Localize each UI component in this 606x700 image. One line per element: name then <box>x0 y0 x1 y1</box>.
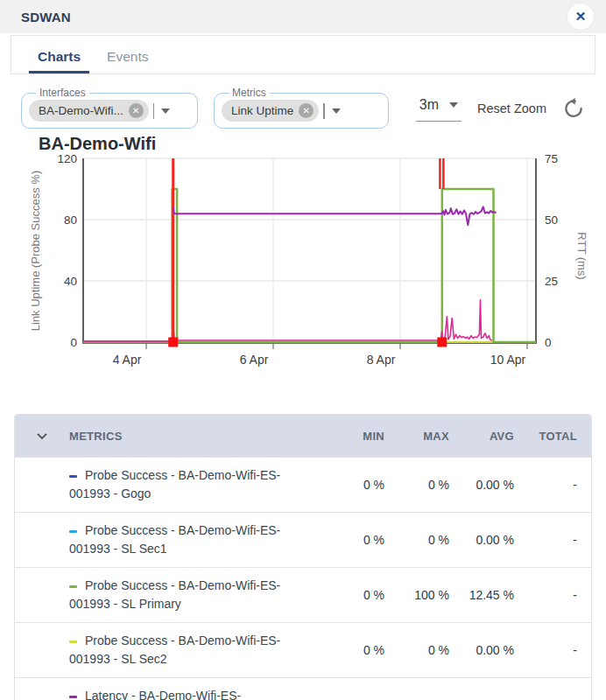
event-marker[interactable] <box>437 338 447 347</box>
min-value: 48.8 ms <box>339 696 398 700</box>
series-line-magenta-line <box>83 300 492 341</box>
min-value: 0 % <box>339 586 398 604</box>
chevron-down-icon[interactable] <box>161 108 170 114</box>
avg-value: 0.00 % <box>463 531 528 549</box>
chart-area: BA-Demo-Wifi Link Uptime (Probe Success … <box>0 132 606 389</box>
series-color-bullet <box>69 530 77 533</box>
metric-name-cell: Probe Success - BA-Demo-Wifi-ES-001993 -… <box>69 577 339 613</box>
max-value: 0 % <box>398 476 463 494</box>
avg-value: 0.00 % <box>463 641 528 659</box>
metrics-label: Metrics <box>229 87 270 99</box>
metric-chip[interactable]: Link Uptime ✕ <box>222 100 319 122</box>
table-header: METRICS MIN MAX AVG TOTAL <box>15 415 591 457</box>
metric-name-cell: Probe Success - BA-Demo-Wifi-ES-001993 -… <box>69 522 339 558</box>
max-value: 100 % <box>398 586 463 604</box>
column-header-max: MAX <box>398 430 463 443</box>
chevron-down-icon[interactable] <box>332 108 341 114</box>
metrics-select[interactable]: Metrics Link Uptime ✕ <box>214 87 389 129</box>
interfaces-select[interactable]: Interfaces BA-Demo-Wifi... ✕ <box>21 87 198 129</box>
y-right-tick-label: 75 <box>545 152 558 165</box>
series-color-bullet <box>69 475 77 478</box>
dialog-title: SDWAN <box>21 10 71 24</box>
x-tick-label: 10 Apr <box>490 353 526 367</box>
metric-chip-label: Link Uptime <box>231 104 293 117</box>
x-tick-label: 8 Apr <box>367 353 396 367</box>
chip-remove-icon[interactable]: ✕ <box>129 103 144 118</box>
table-body: Probe Success - BA-Demo-Wifi-ES-001993 -… <box>15 457 591 700</box>
table-row[interactable]: Probe Success - BA-Demo-Wifi-ES-001993 -… <box>15 457 591 512</box>
table-row[interactable]: Probe Success - BA-Demo-Wifi-ES-001993 -… <box>15 567 591 622</box>
total-value: - <box>528 531 591 549</box>
text-cursor <box>323 103 325 119</box>
table-row[interactable]: Latency - BA-Demo-Wifi-ES-001993 - SL Pr… <box>15 677 591 700</box>
min-value: 0 % <box>339 531 398 549</box>
tab-charts[interactable]: Charts <box>29 36 89 74</box>
chevron-down-icon <box>449 102 458 108</box>
avg-value: 12.45 % <box>463 586 528 604</box>
close-icon: ✕ <box>575 9 587 24</box>
max-value: 0 % <box>398 531 463 549</box>
series-line-latency-sl-primary <box>173 206 497 225</box>
metric-name-cell: Probe Success - BA-Demo-Wifi-ES-001993 -… <box>69 466 339 503</box>
column-header-avg: AVG <box>463 430 528 443</box>
text-cursor <box>153 103 155 119</box>
table-row[interactable]: Probe Success - BA-Demo-Wifi-ES-001993 -… <box>15 622 591 677</box>
refresh-icon <box>562 97 585 120</box>
chevron-down-icon <box>33 427 51 444</box>
dialog-header: SDWAN ✕ <box>0 0 606 33</box>
collapse-table-button[interactable] <box>15 427 69 444</box>
event-marker[interactable] <box>168 338 178 347</box>
refresh-button[interactable] <box>562 97 585 120</box>
tabs-row: Charts Events <box>11 36 595 74</box>
metric-name: Probe Success - BA-Demo-Wifi-ES-001993 -… <box>69 634 280 666</box>
total-value: - <box>528 696 591 700</box>
max-value: 57.99 ms <box>398 696 463 700</box>
metric-name: Latency - BA-Demo-Wifi-ES-001993 - SL Pr… <box>69 689 241 700</box>
y-left-tick-label: 120 <box>57 152 77 165</box>
x-tick-label: 6 Apr <box>240 353 269 367</box>
chip-remove-icon[interactable]: ✕ <box>299 103 314 118</box>
filters-row: Interfaces BA-Demo-Wifi... ✕ Metrics Lin… <box>21 87 585 129</box>
avg-value: 52.41 ms <box>463 696 528 700</box>
metric-name-cell: Probe Success - BA-Demo-Wifi-ES-001993 -… <box>69 632 339 668</box>
total-value: - <box>528 476 591 494</box>
min-value: 0 % <box>339 641 398 659</box>
metric-name: Probe Success - BA-Demo-Wifi-ES-001993 -… <box>69 468 280 500</box>
series-line-probe-sl-primary <box>83 189 536 342</box>
table-row[interactable]: Probe Success - BA-Demo-Wifi-ES-001993 -… <box>15 512 591 567</box>
time-range-select[interactable]: 3m <box>416 95 462 122</box>
time-range-value: 3m <box>419 97 439 113</box>
column-header-metrics: METRICS <box>69 430 339 443</box>
x-tick-label: 4 Apr <box>113 353 142 367</box>
time-controls: 3m Reset Zoom <box>416 87 585 122</box>
tab-events[interactable]: Events <box>98 36 157 74</box>
close-button[interactable]: ✕ <box>567 4 594 30</box>
tabs-card: Charts Events <box>11 35 595 74</box>
total-value: - <box>528 586 591 604</box>
chart-plot[interactable]: 4 Apr6 Apr8 Apr10 Apr120804007550250 <box>0 132 606 389</box>
avg-value: 0.00 % <box>463 476 528 494</box>
y-left-tick-label: 0 <box>70 336 77 349</box>
interface-chip-label: BA-Demo-Wifi... <box>39 104 123 117</box>
y-right-tick-label: 0 <box>545 336 552 349</box>
y-right-tick-label: 25 <box>545 275 558 288</box>
y-left-tick-label: 40 <box>64 275 77 288</box>
column-header-total: TOTAL <box>528 430 591 443</box>
max-value: 0 % <box>398 641 463 659</box>
interfaces-label: Interfaces <box>36 87 89 99</box>
column-header-min: MIN <box>339 430 398 443</box>
reset-zoom-button[interactable]: Reset Zoom <box>477 102 546 116</box>
metric-name: Probe Success - BA-Demo-Wifi-ES-001993 -… <box>69 523 280 556</box>
metric-name-cell: Latency - BA-Demo-Wifi-ES-001993 - SL Pr… <box>69 687 339 700</box>
y-left-tick-label: 80 <box>64 214 77 227</box>
series-color-bullet <box>69 640 77 643</box>
interface-chip[interactable]: BA-Demo-Wifi... ✕ <box>29 100 149 122</box>
series-color-bullet <box>69 696 77 698</box>
metric-name: Probe Success - BA-Demo-Wifi-ES-001993 -… <box>69 578 280 611</box>
y-right-tick-label: 50 <box>545 214 558 227</box>
min-value: 0 % <box>339 476 398 494</box>
total-value: - <box>528 641 591 659</box>
metrics-table: METRICS MIN MAX AVG TOTAL Probe Success … <box>14 414 592 700</box>
series-color-bullet <box>69 585 77 588</box>
